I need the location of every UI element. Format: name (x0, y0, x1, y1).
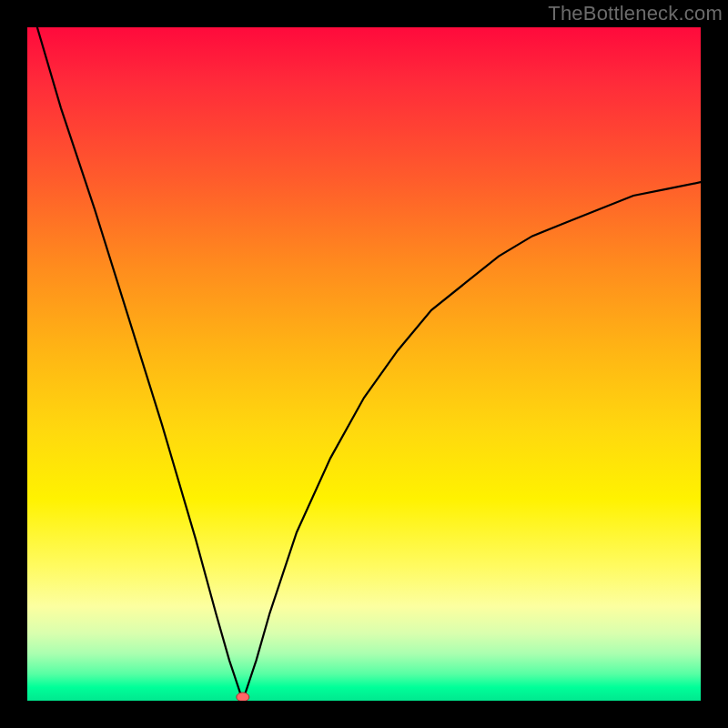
plot-area (27, 27, 701, 701)
watermark-text: TheBottleneck.com (548, 2, 723, 25)
bottleneck-curve (27, 27, 701, 701)
minimum-marker-icon (237, 693, 249, 701)
curve-layer (27, 27, 701, 701)
chart-frame: TheBottleneck.com (0, 0, 728, 728)
